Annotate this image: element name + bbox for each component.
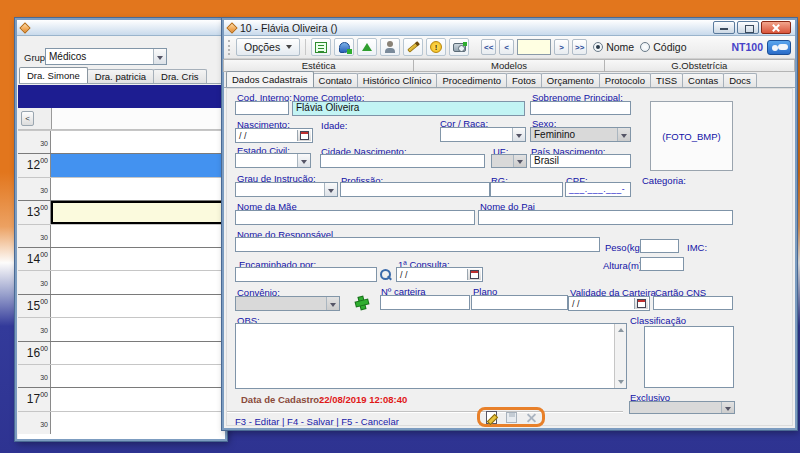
slot-1400[interactable]: 1400: [18, 247, 225, 270]
tab-contas[interactable]: Contas: [682, 73, 724, 87]
nome-mae-field[interactable]: [235, 210, 475, 225]
slot-1500[interactable]: 1500: [18, 294, 225, 317]
nav-first-button[interactable]: <<: [481, 39, 496, 55]
tab-fotos[interactable]: Fotos: [506, 73, 542, 87]
slot-1200[interactable]: 1200: [18, 153, 225, 176]
camera-button[interactable]: [449, 38, 469, 56]
time-label: 30: [40, 421, 48, 428]
obs-scrollbar[interactable]: [614, 324, 626, 388]
patient-photo-placeholder[interactable]: (FOTO_BMP): [650, 101, 733, 171]
tab-procedimento[interactable]: Procedimento: [436, 73, 507, 87]
palette-button[interactable]: [334, 38, 354, 56]
agenda-titlebar[interactable]: [17, 20, 225, 36]
highlighted-slot[interactable]: [51, 154, 225, 176]
slot-1600[interactable]: 1600: [18, 341, 225, 364]
cancel-icon[interactable]: [526, 412, 537, 423]
nome-completo-field[interactable]: Flávia Oliveira: [292, 101, 525, 116]
calendar-icon[interactable]: [634, 298, 648, 309]
camera-icon: [453, 43, 466, 52]
cpf-field[interactable]: ___.___.___-__: [565, 182, 631, 197]
scroll-down-icon[interactable]: [618, 380, 624, 384]
sobrenome-field[interactable]: [530, 101, 631, 115]
person-icon: [384, 41, 396, 53]
options-button[interactable]: Opções: [236, 38, 300, 56]
sexo-dropdown[interactable]: Feminino: [530, 127, 631, 142]
slot-1630[interactable]: 30: [18, 364, 225, 387]
record-form-button[interactable]: [311, 38, 331, 56]
time-label: 14: [27, 252, 40, 266]
minimize-button[interactable]: [713, 21, 735, 34]
patient-titlebar[interactable]: 10 - Flávia Oliveira (): [224, 20, 795, 36]
triangle-button[interactable]: [357, 38, 377, 56]
search-icon[interactable]: [380, 269, 392, 282]
nav-next-button[interactable]: >: [554, 39, 569, 55]
num-carteira-field[interactable]: [380, 295, 470, 310]
slot-1430[interactable]: 30: [18, 270, 225, 293]
nascimento-field[interactable]: / /: [235, 128, 313, 143]
pencil-button[interactable]: [403, 38, 423, 56]
nav-last-button[interactable]: >>: [572, 39, 587, 55]
edit-icon[interactable]: [486, 411, 497, 424]
peso-field[interactable]: [640, 239, 679, 253]
record-search-input[interactable]: [517, 39, 551, 55]
selected-slot[interactable]: [51, 201, 225, 223]
encaminhado-field[interactable]: [235, 267, 377, 282]
add-convenio-icon[interactable]: [355, 296, 370, 311]
radio-codigo[interactable]: Código: [640, 41, 686, 53]
tab-contato[interactable]: Contato: [313, 73, 358, 87]
slot-1730[interactable]: 30: [18, 411, 225, 434]
cod-interno-field[interactable]: [235, 101, 289, 115]
nav-prev-button[interactable]: <: [499, 39, 514, 55]
tab-dados-cadastrais[interactable]: Dados Cadastrais: [226, 71, 314, 87]
slot-1700[interactable]: 1700: [18, 387, 225, 410]
slot-1330[interactable]: 30: [18, 224, 225, 247]
tab-protocolo[interactable]: Protocolo: [599, 73, 651, 87]
previous-day-button[interactable]: <: [21, 111, 34, 126]
calendar-icon[interactable]: [467, 269, 481, 280]
pais-nascimento-field[interactable]: Brasil: [530, 154, 631, 168]
responsavel-field[interactable]: [235, 237, 600, 252]
radio-nome[interactable]: Nome: [593, 41, 634, 53]
tab-modelos[interactable]: Modelos: [413, 59, 604, 72]
rg-field[interactable]: [490, 182, 563, 197]
person-button[interactable]: [380, 38, 400, 56]
slot-1130[interactable]: 30: [18, 130, 225, 153]
grupo-dropdown[interactable]: Médicos: [45, 48, 167, 65]
plano-field[interactable]: [471, 295, 568, 310]
tab-gobstetricia[interactable]: G.Obstetrícia: [604, 59, 795, 72]
validade-carteira-field[interactable]: / /: [568, 296, 650, 311]
tab-docs[interactable]: Docs: [723, 73, 757, 87]
time-label: 15: [27, 299, 40, 313]
profissao-field[interactable]: [340, 182, 490, 197]
tab-orcamento[interactable]: Orçamento: [541, 73, 600, 87]
tab-dra-patricia[interactable]: Dra. patricia: [87, 69, 154, 83]
tab-tiss[interactable]: TISS: [650, 73, 683, 87]
obs-textarea[interactable]: [235, 323, 627, 389]
altura-field[interactable]: [640, 257, 684, 271]
warning-button[interactable]: !: [426, 38, 446, 56]
primeira-consulta-field[interactable]: / /: [396, 267, 483, 282]
close-button[interactable]: [761, 21, 791, 34]
nome-pai-field[interactable]: [478, 210, 733, 225]
scroll-up-icon[interactable]: [618, 328, 624, 332]
slot-1300[interactable]: 1300: [18, 200, 225, 223]
time-label: 30: [40, 140, 48, 147]
tab-historico-clinico[interactable]: Histórico Clínico: [357, 73, 438, 87]
tab-dra-simone[interactable]: Dra. Simone: [19, 67, 88, 83]
estado-civil-dropdown[interactable]: [235, 153, 311, 168]
slot-1230[interactable]: 30: [18, 177, 225, 200]
save-icon[interactable]: [506, 412, 517, 423]
convenio-dropdown[interactable]: [235, 296, 340, 311]
slot-1530[interactable]: 30: [18, 317, 225, 340]
grau-instrucao-dropdown[interactable]: [235, 182, 338, 197]
cartao-cns-field[interactable]: [653, 296, 733, 310]
maximize-button[interactable]: [737, 21, 759, 34]
tab-dra-cris[interactable]: Dra. Cris: [153, 69, 206, 83]
cidade-nascimento-field[interactable]: [320, 154, 485, 168]
chat-icon[interactable]: [767, 40, 791, 55]
cor-raca-dropdown[interactable]: [440, 127, 526, 142]
classificacao-box[interactable]: [644, 326, 734, 388]
exclusivo-dropdown[interactable]: [629, 401, 735, 414]
uf-dropdown[interactable]: [491, 154, 527, 168]
calendar-icon[interactable]: [297, 130, 311, 141]
